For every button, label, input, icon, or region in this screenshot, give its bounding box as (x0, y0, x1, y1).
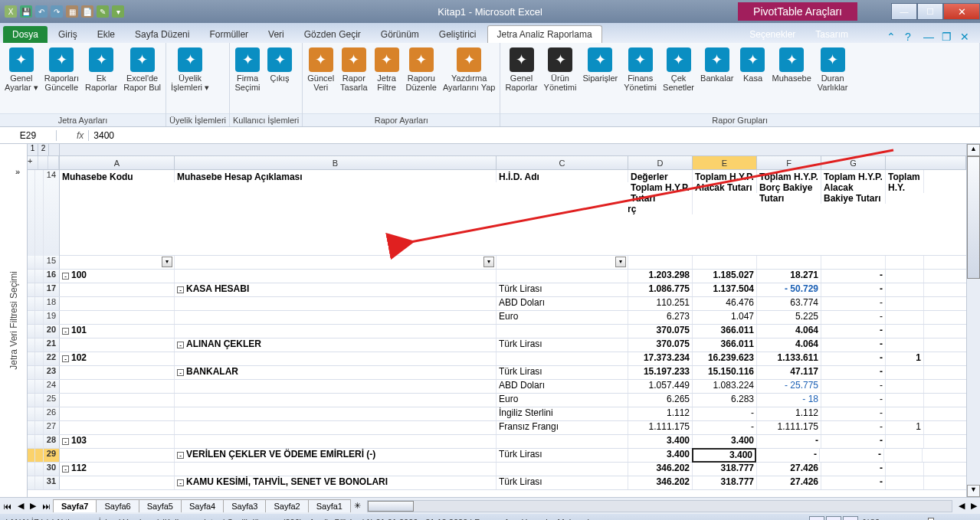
cell[interactable]: -103 (60, 435, 175, 448)
cell[interactable]: 346.202 (628, 463, 693, 476)
cell[interactable]: - (821, 325, 886, 338)
cell[interactable] (175, 311, 497, 324)
cell[interactable]: - (821, 338, 886, 352)
cell[interactable] (497, 435, 628, 448)
ribbon-button[interactable]: ✦EkRaporlar (82, 44, 120, 113)
cell[interactable]: 15.150.116 (693, 366, 757, 379)
ribbon-button[interactable]: ✦Muhasebe (769, 44, 814, 113)
outline-level[interactable] (49, 144, 60, 155)
cell[interactable]: - (821, 270, 886, 283)
cell[interactable] (886, 476, 924, 489)
cell[interactable] (886, 325, 924, 338)
cell[interactable]: Türk Lirası (497, 283, 628, 296)
cell[interactable] (886, 270, 924, 283)
cell[interactable]: ▾ (497, 256, 628, 269)
cell[interactable]: - 18 (757, 394, 821, 407)
view-normal-icon[interactable] (809, 516, 824, 520)
row-number[interactable]: 27 (44, 421, 59, 434)
filter-button[interactable]: ▾ (483, 257, 494, 267)
selected-cell[interactable]: 3.400 (692, 448, 756, 463)
redo-icon[interactable]: ↷ (51, 5, 63, 18)
outline-level[interactable]: 2 (38, 144, 49, 155)
cell[interactable]: 1.047 (693, 311, 757, 324)
cell[interactable] (175, 270, 497, 283)
cell[interactable] (497, 352, 628, 365)
side-panel[interactable]: » Jetra Veri Filtresi Seçimi (0, 144, 28, 497)
cell[interactable]: 1.086.775 (628, 283, 693, 296)
cell[interactable]: 1.111.175 (757, 421, 821, 434)
cell[interactable]: 1.133.611 (757, 352, 821, 365)
cell[interactable]: - (821, 407, 886, 420)
scroll-thumb[interactable] (368, 501, 414, 512)
cell[interactable]: 3.400 (628, 449, 693, 462)
tab-active[interactable]: Jetra Analiz Raporlama (487, 25, 602, 43)
cell[interactable] (60, 476, 175, 489)
cell[interactable] (175, 297, 497, 310)
cell[interactable] (175, 435, 497, 448)
cell[interactable]: İngiliz Sterlini (497, 407, 628, 420)
scroll-left-icon[interactable]: ◀ (955, 501, 968, 511)
cell[interactable] (886, 283, 924, 296)
collapse-icon[interactable]: - (177, 369, 184, 376)
cell[interactable]: 110.251 (628, 297, 693, 310)
cell[interactable]: 1 (886, 352, 924, 365)
cell[interactable]: -102 (60, 352, 175, 365)
ribbon-button[interactable]: ✦GenelAyarlar ▾ (2, 44, 41, 113)
collapse-icon[interactable]: - (62, 328, 69, 335)
cell[interactable]: -KASA HESABI (175, 283, 497, 296)
tab-file[interactable]: Dosya (3, 26, 48, 43)
filter-button[interactable]: ▾ (162, 257, 172, 267)
row-number[interactable]: 23 (44, 366, 59, 379)
cell[interactable]: ▾ (60, 256, 175, 269)
qat-icon[interactable]: ▾ (112, 5, 124, 18)
cell[interactable]: Türk Lirası (497, 476, 628, 489)
expand-panel-icon[interactable]: » (15, 167, 20, 176)
tab[interactable]: Görünüm (372, 26, 428, 43)
outline-expand-icon[interactable]: + (28, 156, 38, 169)
tab[interactable]: Veri (259, 26, 293, 43)
cell[interactable]: ABD Doları (497, 297, 628, 310)
cell[interactable] (886, 338, 924, 352)
cell[interactable] (886, 380, 924, 393)
cell[interactable]: 15.197.233 (628, 366, 693, 379)
tab-context[interactable]: Tasarım (806, 26, 857, 43)
scroll-thumb[interactable] (967, 156, 980, 279)
cell[interactable]: 4.064 (757, 325, 821, 338)
cell[interactable]: - (821, 421, 886, 434)
cell[interactable]: 27.426 (757, 463, 821, 476)
cell[interactable] (60, 311, 175, 324)
filter-button[interactable]: ▾ (615, 257, 626, 267)
cell[interactable] (175, 394, 497, 407)
tab[interactable]: Formüller (200, 26, 257, 43)
cell[interactable]: 47.117 (757, 366, 821, 379)
cell[interactable]: 6.273 (628, 311, 693, 324)
cell[interactable] (497, 463, 628, 476)
cell[interactable]: - (821, 283, 886, 296)
cell[interactable]: - (821, 311, 886, 324)
cell[interactable]: 366.011 (693, 338, 757, 352)
cell[interactable]: 4.064 (757, 338, 821, 352)
cell[interactable]: 370.075 (628, 325, 693, 338)
collapse-icon[interactable]: - (62, 466, 69, 473)
ribbon-button[interactable]: ✦DuranVarlıklar (814, 44, 851, 113)
cell[interactable] (175, 407, 497, 420)
ribbon-button[interactable]: ✦Üyelikİşlemleri ▾ (168, 44, 212, 113)
cell[interactable]: 16.239.623 (693, 352, 757, 365)
cell[interactable]: 1.185.027 (693, 270, 757, 283)
cell[interactable]: ABD Doları (497, 380, 628, 393)
cell[interactable]: 1.112 (757, 407, 821, 420)
cell[interactable]: 318.777 (693, 476, 757, 489)
sheet-tab[interactable]: Sayfa5 (139, 499, 182, 512)
cell[interactable]: 1.137.504 (693, 283, 757, 296)
cell[interactable] (886, 311, 924, 324)
cell[interactable] (60, 283, 175, 296)
cell[interactable]: 1.112 (628, 407, 693, 420)
cell[interactable]: -ALINAN ÇEKLER (175, 338, 497, 352)
help-icon[interactable]: ? (905, 31, 917, 43)
cell[interactable]: -VERİLEN ÇEKLER VE ÖDEME EMİRLERİ (-) (175, 449, 497, 462)
ribbon-button[interactable]: ✦Bankalar (697, 44, 736, 113)
cell[interactable]: 1 (886, 421, 924, 434)
sheet-tab[interactable]: Sayfa3 (223, 499, 266, 512)
cell[interactable] (60, 297, 175, 310)
tab-context[interactable]: Seçenekler (740, 26, 805, 43)
